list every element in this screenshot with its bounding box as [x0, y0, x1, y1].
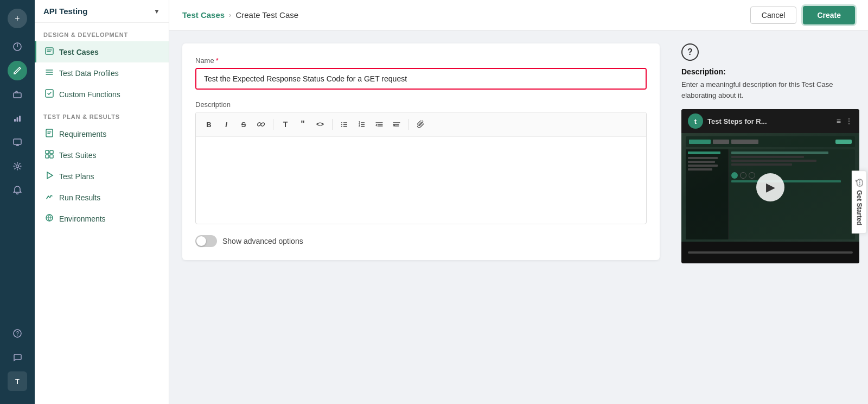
chat-icon-btn[interactable] [8, 348, 27, 367]
breadcrumb-separator: › [229, 11, 231, 19]
link-icon [257, 121, 265, 128]
design-section-label: DESIGN & DEVELOPMENT [35, 23, 169, 41]
indent-icon [393, 121, 400, 128]
dashboard-icon-btn[interactable] [8, 37, 27, 56]
breadcrumb-link[interactable]: Test Cases [182, 10, 225, 20]
svg-point-6 [16, 165, 19, 168]
cancel-button[interactable]: Cancel [750, 7, 797, 24]
sidebar-item-custom-functions[interactable]: Custom Functions [35, 84, 169, 105]
ordered-list-button[interactable]: 1 2 3 [354, 117, 369, 132]
video-menu-icons: ≡ ⋮ [837, 117, 853, 125]
advanced-toggle[interactable] [195, 235, 217, 247]
editor-wrapper: B I S T " <> [195, 112, 647, 224]
svg-point-18 [341, 122, 342, 123]
svg-marker-16 [47, 172, 53, 179]
help-title: Description: [681, 67, 859, 76]
attach-button[interactable] [413, 117, 429, 132]
sidebar-header[interactable]: API Testing ▼ [35, 0, 169, 23]
video-top-bar: t Test Steps for R... ≡ ⋮ [681, 109, 859, 133]
strikethrough-button[interactable]: S [236, 117, 251, 132]
toolbar-sep-2 [332, 119, 333, 130]
breadcrumb-current: Create Test Case [235, 10, 298, 20]
help-icon-btn[interactable]: ? [8, 324, 27, 343]
heading-button[interactable]: T [278, 117, 293, 132]
bold-button[interactable]: B [201, 117, 216, 132]
form-card: Name * Description B I S [182, 43, 660, 260]
video-title: Test Steps for R... [707, 117, 832, 125]
user-avatar-btn[interactable]: T [8, 371, 27, 391]
sidebar-item-test-data-profiles[interactable]: Test Data Profiles [35, 62, 169, 84]
app-title: API Testing [43, 7, 87, 16]
get-started-tab[interactable]: 💬 Get Started [852, 171, 867, 233]
edit-icon-btn[interactable] [8, 61, 27, 80]
plus-icon: + [15, 14, 20, 23]
video-screenshot: ▶ [681, 133, 859, 242]
settings-icon-btn[interactable] [8, 156, 27, 176]
video-thumbnail[interactable]: t Test Steps for R... ≡ ⋮ [681, 109, 859, 263]
test-data-icon [45, 68, 54, 78]
run-results-label: Run Results [59, 193, 100, 202]
add-icon-btn[interactable]: + [8, 9, 27, 28]
name-label: Name * [195, 56, 647, 65]
requirements-label: Requirements [59, 130, 106, 138]
description-editor-body[interactable] [196, 137, 646, 224]
bullet-list-button[interactable] [337, 117, 352, 132]
run-results-icon [45, 192, 54, 203]
bell-icon-btn[interactable] [8, 180, 27, 200]
more-icon: ⋮ [845, 117, 853, 125]
question-icon: ? [12, 329, 22, 338]
video-body: ▶ [681, 133, 859, 242]
sidebar-chevron: ▼ [154, 8, 160, 15]
show-advanced-row: Show advanced options [195, 235, 647, 247]
show-advanced-label: Show advanced options [222, 237, 303, 245]
italic-button[interactable]: I [219, 117, 234, 132]
create-button[interactable]: Create [803, 6, 855, 24]
edit-icon [12, 66, 22, 75]
svg-rect-15 [50, 155, 53, 158]
sidebar: API Testing ▼ DESIGN & DEVELOPMENT Test … [35, 0, 169, 404]
toolbar-sep-3 [409, 119, 409, 130]
briefcase-icon [12, 90, 22, 99]
sidebar-item-test-cases[interactable]: Test Cases [35, 41, 169, 62]
test-cases-icon [45, 47, 54, 57]
video-bottom-bar [681, 242, 859, 263]
test-plans-icon [45, 171, 54, 181]
get-started-label: Get Started [856, 190, 863, 225]
chart-icon-btn[interactable] [8, 109, 27, 128]
link-button[interactable] [253, 117, 269, 132]
sidebar-item-environments[interactable]: Environments [35, 208, 169, 229]
help-description: Enter a meaningful description for this … [681, 79, 859, 100]
environments-label: Environments [59, 214, 106, 223]
play-button[interactable]: ▶ [756, 173, 784, 201]
briefcase-icon-btn[interactable] [8, 85, 27, 104]
dashboard-icon [12, 42, 22, 52]
test-cases-label: Test Cases [59, 48, 99, 56]
breadcrumb: Test Cases › Create Test Case [182, 10, 750, 20]
quote-button[interactable]: " [295, 117, 310, 132]
description-label: Description [195, 100, 647, 109]
outdent-button[interactable] [372, 117, 387, 132]
test-plans-label: Test Plans [59, 172, 94, 181]
sidebar-item-requirements[interactable]: Requirements [35, 123, 169, 144]
svg-rect-14 [46, 155, 49, 158]
sidebar-item-run-results[interactable]: Run Results [35, 187, 169, 208]
indent-button[interactable] [389, 117, 404, 132]
chat-icon [12, 352, 22, 362]
icon-bar: + [0, 0, 35, 404]
attachment-icon [417, 121, 425, 128]
sidebar-item-test-plans[interactable]: Test Plans [35, 166, 169, 187]
requirements-icon [45, 129, 54, 139]
monitor-icon-btn[interactable] [8, 132, 27, 152]
outdent-icon [375, 121, 383, 128]
svg-rect-4 [19, 116, 21, 122]
name-input[interactable] [196, 69, 646, 89]
name-field-group: Name * [195, 56, 647, 90]
svg-rect-12 [46, 150, 49, 154]
sidebar-item-test-suites[interactable]: Test Suites [35, 144, 169, 166]
svg-rect-11 [46, 129, 53, 137]
svg-text:3: 3 [359, 124, 360, 128]
top-bar: Test Cases › Create Test Case Cancel Cre… [169, 0, 868, 30]
chart-icon [12, 113, 22, 123]
toolbar-sep-1 [273, 119, 273, 130]
code-button[interactable]: <> [312, 117, 328, 132]
